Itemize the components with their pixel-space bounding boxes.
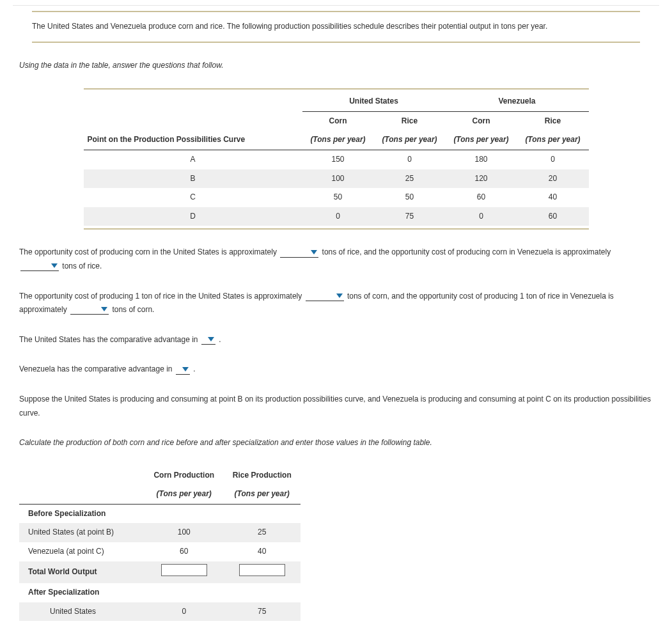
- dropdown-q1-vz[interactable]: [20, 262, 59, 271]
- question-3: The United States has the comparative ad…: [19, 333, 653, 347]
- spec-before-header: Before Specialization: [19, 504, 145, 523]
- specialization-table: Corn Production Rice Production (Tons pe…: [19, 466, 301, 622]
- ppc-bottom-rule: [84, 228, 589, 230]
- ppc-row-a: A 150 0 180 0: [84, 150, 589, 169]
- spec-total-label: Total World Output: [19, 561, 145, 584]
- ppc-row-d: D 0 75 0 60: [84, 207, 589, 226]
- spec-us-after-label: United States: [19, 602, 145, 622]
- dropdown-q3[interactable]: [201, 335, 215, 345]
- chevron-down-icon: [208, 336, 214, 342]
- question-1: The opportunity cost of producing corn i…: [19, 246, 653, 273]
- ppc-country-vz: Venezuela: [446, 92, 589, 111]
- chevron-down-icon: [336, 292, 343, 299]
- dropdown-q2-us[interactable]: [306, 292, 344, 301]
- spec-after-header: After Specialization: [19, 583, 145, 602]
- ppc-row-c: C 50 50 60 40: [84, 188, 589, 207]
- ppc-good-rice-us: Rice: [374, 111, 446, 130]
- intro-top-rule: [32, 11, 640, 12]
- chevron-down-icon: [101, 306, 107, 312]
- dropdown-q1-us[interactable]: [280, 248, 318, 258]
- instruction-2: Calculate the production of both corn an…: [19, 436, 653, 450]
- ppc-point-header: Point on the Production Possibilities Cu…: [84, 130, 302, 150]
- question-4: Venezuela has the comparative advantage …: [19, 363, 653, 377]
- spec-us-after-corn: 0: [145, 602, 223, 622]
- ppc-good-rice-vz: Rice: [517, 111, 589, 130]
- ppc-unit-2: (Tons per year): [374, 130, 446, 150]
- ppc-country-us: United States: [302, 92, 446, 111]
- instruction-1: Using the data in the table, answer the …: [19, 59, 653, 73]
- spec-usb-label: United States (at point B): [19, 523, 145, 542]
- ppc-table: United States Venezuela Corn Rice Corn R…: [84, 92, 589, 226]
- spec-vzc-corn: 60: [145, 542, 223, 561]
- ppc-unit-1: (Tons per year): [302, 130, 374, 150]
- input-total-corn[interactable]: [161, 564, 207, 576]
- ppc-good-corn-vz: Corn: [446, 111, 517, 130]
- spec-unit-2: (Tons per year): [223, 485, 301, 504]
- spec-col-rice: Rice Production: [223, 466, 301, 485]
- ppc-unit-4: (Tons per year): [517, 130, 589, 150]
- spec-unit-1: (Tons per year): [145, 485, 223, 504]
- spec-us-after-rice: 75: [223, 602, 301, 622]
- spec-vzc-label: Venezuela (at point C): [19, 542, 145, 561]
- top-divider: [13, 5, 659, 6]
- chevron-down-icon: [182, 366, 189, 372]
- spec-usb-rice: 25: [223, 523, 301, 542]
- dropdown-q2-vz[interactable]: [70, 305, 109, 315]
- spec-col-corn: Corn Production: [145, 466, 223, 485]
- spec-vzc-rice: 40: [223, 542, 301, 561]
- ppc-row-b: B 100 25 120 20: [84, 169, 589, 189]
- spec-usb-corn: 100: [145, 523, 223, 542]
- ppc-top-rule: [84, 88, 589, 90]
- chevron-down-icon: [51, 262, 58, 269]
- intro-bottom-rule: [32, 42, 640, 43]
- intro-text: The United States and Venezuela produce …: [32, 20, 640, 34]
- question-2: The opportunity cost of producing 1 ton …: [19, 290, 653, 317]
- scenario-text: Suppose the United States is producing a…: [19, 393, 653, 420]
- ppc-good-corn-us: Corn: [302, 111, 374, 130]
- chevron-down-icon: [311, 249, 317, 255]
- input-total-rice[interactable]: [239, 564, 285, 576]
- dropdown-q4[interactable]: [176, 365, 190, 375]
- ppc-unit-3: (Tons per year): [446, 130, 517, 150]
